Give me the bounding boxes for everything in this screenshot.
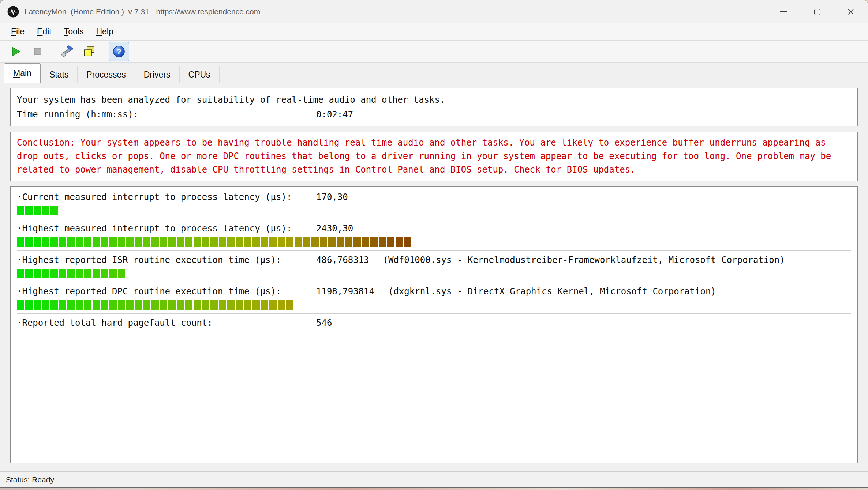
menu-item-file[interactable]: File	[5, 24, 31, 39]
measurement-value: 486,768313	[316, 255, 369, 265]
options-button[interactable]	[57, 42, 78, 61]
bar-segment	[67, 269, 75, 278]
status-bar: Status: Ready	[0, 471, 868, 487]
bar-segment	[236, 300, 243, 310]
bar-segment	[185, 300, 192, 310]
bar-segment	[135, 237, 142, 247]
latencymon-logo-icon	[7, 5, 19, 18]
maximize-icon	[814, 9, 820, 15]
tab-label: Stats	[49, 70, 68, 80]
bar-segment	[269, 300, 277, 310]
measurement-row: ·Highest reported ISR routine execution …	[17, 251, 851, 282]
bar-segment	[25, 300, 33, 310]
measurement-row: ·Current measured interrupt to process l…	[17, 190, 851, 219]
time-running-row: Time running (h:mm:ss):0:02:47	[17, 107, 851, 122]
bar-segment	[109, 237, 117, 247]
bar-segment	[236, 237, 243, 247]
bar-segment	[194, 300, 201, 310]
tab-processes[interactable]: Processes	[78, 66, 135, 83]
bar-segment	[17, 206, 24, 215]
bar-segment	[50, 300, 58, 310]
measurement-value: 170,30	[316, 192, 348, 202]
play-icon	[10, 45, 22, 58]
bar-segment	[337, 237, 344, 247]
bar-segment	[244, 300, 251, 310]
start-monitor-button[interactable]	[5, 42, 26, 61]
bar-segment	[59, 300, 66, 310]
copy-report-button[interactable]	[79, 42, 100, 61]
tab-stats[interactable]: Stats	[41, 66, 78, 83]
bar-segment	[269, 237, 277, 247]
bar-segment	[219, 300, 226, 310]
bar-segment	[387, 237, 394, 247]
svg-text:?: ?	[116, 47, 121, 56]
bar-segment	[93, 269, 100, 278]
bar-segment	[362, 237, 369, 247]
stop-monitor-button[interactable]	[27, 42, 48, 61]
latency-level-bar	[17, 269, 851, 278]
menu-bar: FileEditToolsHelp	[0, 23, 868, 41]
maximize-button[interactable]	[800, 0, 834, 23]
tab-drivers[interactable]: Drivers	[135, 66, 180, 83]
bar-segment	[84, 300, 91, 310]
bar-segment	[177, 300, 184, 310]
menu-item-tools[interactable]: Tools	[58, 24, 90, 39]
bar-segment	[59, 237, 66, 247]
minimize-button[interactable]	[767, 0, 800, 23]
measurement-label: ·Reported total hard pagefault count:	[17, 317, 316, 329]
bar-segment	[17, 269, 24, 278]
tab-label: CPUs	[188, 70, 210, 80]
bar-segment	[286, 300, 293, 310]
toolbar-separator	[105, 44, 105, 59]
close-button[interactable]	[834, 0, 868, 23]
bar-segment	[353, 237, 361, 247]
bar-segment	[261, 300, 268, 310]
bar-segment	[278, 237, 285, 247]
bar-segment	[76, 237, 83, 247]
bar-segment	[295, 237, 302, 247]
bar-segment	[76, 269, 83, 278]
window-title: LatencyMon (Home Edition ) v 7.31 - http…	[25, 7, 260, 16]
measurement-line: ·Highest reported DPC routine execution …	[17, 285, 851, 298]
bar-segment	[194, 237, 201, 247]
bar-segment	[17, 237, 24, 247]
measurement-value: 2430,30	[316, 223, 353, 234]
bar-segment	[50, 269, 58, 278]
measurement-line: ·Current measured interrupt to process l…	[17, 191, 851, 203]
bar-segment	[84, 237, 91, 247]
bar-segment	[177, 237, 184, 247]
tab-cpus[interactable]: CPUs	[180, 66, 220, 83]
menu-item-edit[interactable]: Edit	[31, 24, 58, 39]
close-icon	[847, 8, 854, 15]
bar-segment	[210, 237, 218, 247]
latency-level-bar	[17, 237, 851, 247]
bar-segment	[50, 237, 58, 247]
bar-segment	[328, 237, 336, 247]
bar-segment	[34, 269, 41, 278]
bar-segment	[202, 300, 209, 310]
tab-label: Processes	[86, 70, 126, 80]
bar-segment	[50, 206, 58, 215]
bar-segment	[118, 300, 125, 310]
bar-segment	[93, 237, 100, 247]
bar-segment	[227, 237, 235, 247]
bar-segment	[320, 237, 327, 247]
latency-level-bar	[17, 300, 851, 310]
bar-segment	[244, 237, 251, 247]
tab-main[interactable]: Main	[4, 63, 41, 83]
menu-item-help[interactable]: Help	[90, 24, 119, 39]
measurement-row: ·Highest reported DPC routine execution …	[17, 282, 851, 314]
status-text: Status: Ready	[6, 475, 54, 484]
bar-segment	[25, 206, 33, 215]
bar-segment	[84, 269, 91, 278]
time-running-label: Time running (h:mm:ss):	[17, 107, 316, 122]
bar-segment	[379, 237, 386, 247]
bar-segment	[126, 237, 134, 247]
bar-segment	[151, 300, 159, 310]
measurement-line: ·Highest reported ISR routine execution …	[17, 254, 851, 266]
help-button[interactable]: ?	[109, 42, 129, 61]
bar-segment	[109, 269, 117, 278]
title-bar[interactable]: LatencyMon (Home Edition ) v 7.31 - http…	[0, 0, 868, 23]
bar-segment	[135, 300, 142, 310]
bar-segment	[252, 237, 260, 247]
